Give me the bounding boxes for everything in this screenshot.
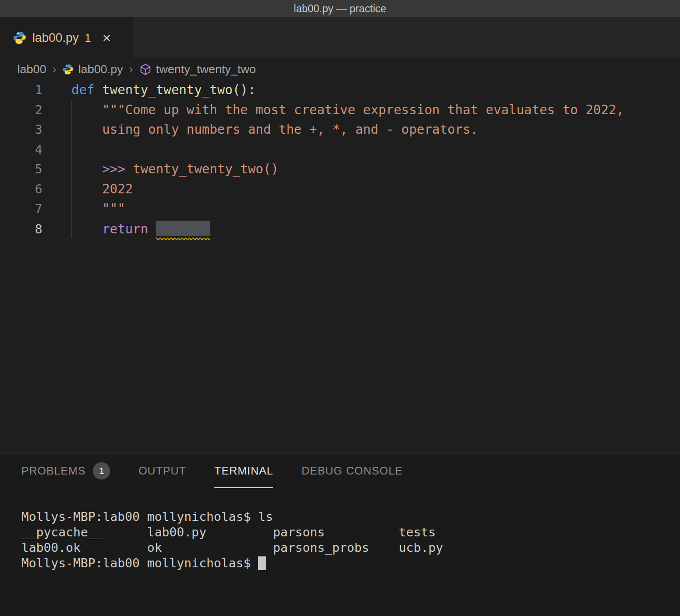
line-number[interactable]: 6 xyxy=(0,179,42,199)
line-number[interactable]: 7 xyxy=(0,199,42,219)
code-text: """ xyxy=(71,199,680,219)
line-number[interactable]: 1 xyxy=(0,80,42,100)
chevron-right-icon: › xyxy=(52,62,56,76)
code-text: using only numbers and the +, *, and - o… xyxy=(71,120,680,140)
string-token: twenty_twenty_two() xyxy=(133,162,279,177)
breadcrumb: lab00 › lab00.py › twenty_twenty_two xyxy=(0,58,680,80)
terminal-line: lab00.ok ok parsons_probs ucb.py xyxy=(21,540,680,555)
code-text xyxy=(71,140,680,160)
panel-tab-label: PROBLEMS xyxy=(21,465,86,477)
terminal[interactable]: Mollys-MBP:lab00 mollynicholas$ ls__pyca… xyxy=(0,488,680,571)
selection-placeholder xyxy=(156,221,210,236)
magenta-token: return xyxy=(102,222,156,237)
code-line[interactable]: 3 using only numbers and the +, *, and -… xyxy=(0,120,680,140)
function-token: twenty_twenty_two xyxy=(102,82,233,97)
breadcrumb-item-file[interactable]: lab00.py xyxy=(78,62,123,76)
problems-count-badge: 1 xyxy=(93,462,110,480)
terminal-line: __pycache__ lab00.py parsons tests xyxy=(21,525,680,540)
close-icon[interactable]: × xyxy=(102,30,111,45)
code-text: >>> twenty_twenty_two() xyxy=(71,159,680,179)
window-title: lab00.py — practice xyxy=(294,3,386,15)
tab-lab00py[interactable]: lab00.py 1 × xyxy=(0,17,133,58)
string-token: using only numbers and the +, *, and - o… xyxy=(71,122,478,137)
editor-lines: 1def twenty_twenty_two():2 """Come up wi… xyxy=(0,80,680,238)
line-number[interactable]: 4 xyxy=(0,140,42,160)
code-text: 2022 xyxy=(71,179,680,199)
code-line[interactable]: 6 2022 xyxy=(0,179,680,199)
code-line[interactable]: 4 xyxy=(0,140,680,160)
terminal-line: Mollys-MBP:lab00 mollynicholas$ xyxy=(21,555,680,571)
line-number[interactable]: 3 xyxy=(0,120,42,140)
tab-problem-count-badge: 1 xyxy=(85,31,91,45)
line-number[interactable]: 8 xyxy=(0,219,42,238)
plain-token xyxy=(71,162,102,177)
tab-label: lab00.py xyxy=(32,31,79,45)
python-icon xyxy=(13,31,26,45)
magenta-token: >>> xyxy=(102,162,132,177)
panel-tab-output[interactable]: OUTPUT xyxy=(138,454,186,488)
panel-tab-label: DEBUG CONSOLE xyxy=(301,465,402,477)
string-token: """ xyxy=(71,201,125,216)
breadcrumb-item-symbol[interactable]: twenty_twenty_two xyxy=(156,62,256,76)
breadcrumb-item-folder[interactable]: lab00 xyxy=(17,62,46,76)
plain-token xyxy=(71,222,102,237)
title-bar: lab00.py — practice xyxy=(0,0,680,17)
code-line[interactable]: 2 """Come up with the most creative expr… xyxy=(0,100,680,120)
terminal-text: Mollys-MBP:lab00 mollynicholas$ xyxy=(21,556,258,570)
line-number[interactable]: 2 xyxy=(0,100,42,120)
panel-tab-label: TERMINAL xyxy=(214,465,273,477)
editor[interactable]: 1def twenty_twenty_two():2 """Come up wi… xyxy=(0,80,680,454)
code-text: """Come up with the most creative expres… xyxy=(71,100,680,120)
panel-tab-terminal[interactable]: TERMINAL xyxy=(214,454,273,488)
string-token: 2022 xyxy=(71,182,133,197)
code-line[interactable]: 7 """ xyxy=(0,199,680,219)
code-text: return xyxy=(71,219,680,238)
terminal-line: Mollys-MBP:lab00 mollynicholas$ ls xyxy=(21,509,680,525)
symbol-namespace-icon xyxy=(139,63,152,76)
line-number[interactable]: 5 xyxy=(0,159,42,179)
panel-tab-bar: PROBLEMS 1 OUTPUT TERMINAL DEBUG CONSOLE xyxy=(0,454,680,488)
terminal-text: __pycache__ lab00.py parsons tests xyxy=(21,525,436,539)
tab-bar: lab00.py 1 × xyxy=(0,17,680,58)
keyword-token: def xyxy=(71,82,95,97)
panel-tab-label: OUTPUT xyxy=(138,465,186,477)
vscode-window: lab00.py — practice lab00.py 1 × lab00 › xyxy=(0,0,680,616)
python-icon xyxy=(62,64,74,75)
code-text: def twenty_twenty_two(): xyxy=(71,80,680,100)
plain-token: (): xyxy=(233,82,256,97)
plain-token xyxy=(95,82,102,97)
terminal-text: lab00.ok ok parsons_probs ucb.py xyxy=(21,540,443,555)
bottom-panel: PROBLEMS 1 OUTPUT TERMINAL DEBUG CONSOLE… xyxy=(0,454,680,616)
panel-tab-debug-console[interactable]: DEBUG CONSOLE xyxy=(301,454,402,488)
terminal-cursor xyxy=(258,556,266,570)
string-token: """Come up with the most creative expres… xyxy=(71,102,624,117)
code-line[interactable]: 8 return xyxy=(0,219,680,239)
panel-tab-problems[interactable]: PROBLEMS 1 xyxy=(21,454,110,488)
terminal-text: Mollys-MBP:lab00 mollynicholas$ ls xyxy=(21,510,273,524)
code-line[interactable]: 5 >>> twenty_twenty_two() xyxy=(0,159,680,179)
code-line[interactable]: 1def twenty_twenty_two(): xyxy=(0,80,680,100)
chevron-right-icon: › xyxy=(129,62,133,76)
